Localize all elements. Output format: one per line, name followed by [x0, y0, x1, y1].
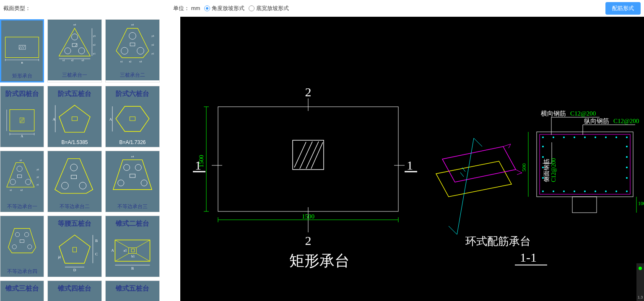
svg-rect-70 — [71, 175, 77, 179]
svg-rect-48 — [72, 117, 78, 121]
svg-marker-9 — [59, 28, 90, 56]
svg-point-157 — [615, 190, 617, 192]
thumb-caption: 三桩承台一 — [62, 72, 87, 79]
thumb-unequal-3[interactable]: x4 不等边承台三 — [105, 151, 160, 212]
thumb-rect-pile-cap[interactable]: B 矩形承台 — [0, 19, 44, 82]
thumb-three-pile-1[interactable]: x4 x1x2x3 y3y2y1 三桩承台一 — [47, 19, 102, 82]
svg-rect-167 — [572, 197, 597, 213]
thumb-cone-3-pile[interactable]: 锥式三桩台 — [0, 280, 44, 301]
svg-rect-30 — [130, 43, 135, 46]
thumb-step-4-pile[interactable]: 阶式四桩台 A — [0, 86, 44, 147]
svg-point-165 — [626, 167, 628, 168]
thumb-title: 等腰五桩台 — [58, 219, 91, 228]
svg-text:x1: x1 — [62, 59, 65, 62]
thumb-unequal-2[interactable]: 不等边承台二 — [47, 151, 102, 212]
svg-point-153 — [574, 190, 575, 192]
svg-point-159 — [542, 146, 544, 147]
rebar-form-button[interactable]: 配筋形式 — [605, 2, 641, 15]
unit-label: 单位： mm — [173, 5, 200, 12]
svg-line-4 — [23, 46, 25, 49]
svg-text:B: B — [95, 239, 98, 243]
svg-point-154 — [584, 190, 586, 192]
svg-marker-84 — [59, 235, 90, 263]
radio-angle-slope[interactable]: 角度放坡形式 — [204, 5, 244, 12]
svg-rect-13 — [72, 44, 77, 46]
section-type-sidebar[interactable]: B 矩形承台 x4 x1x2x3 y3y2 — [0, 17, 180, 301]
svg-point-81 — [12, 244, 16, 249]
svg-point-74 — [118, 180, 124, 186]
svg-point-69 — [79, 182, 86, 189]
svg-text:1-1: 1-1 — [520, 250, 537, 264]
svg-point-158 — [626, 190, 628, 192]
drawing-canvas[interactable]: 2 2 1 1 1500 1500 矩形承台 — [180, 17, 644, 301]
svg-text:A: A — [109, 117, 112, 121]
svg-point-141 — [542, 136, 544, 138]
svg-text:2: 2 — [305, 234, 312, 247]
svg-marker-47 — [59, 105, 90, 132]
svg-marker-130 — [436, 161, 512, 197]
svg-text:A: A — [111, 248, 114, 252]
thumb-title: 阶式五桩台 — [58, 90, 91, 98]
svg-text:1: 1 — [407, 158, 413, 172]
thumb-caption: 不等边承台三 — [117, 203, 148, 210]
thumbnail-grid: B 矩形承台 x4 x1x2x3 y3y2 — [0, 19, 180, 301]
svg-point-11 — [65, 48, 71, 54]
svg-point-56 — [17, 166, 22, 172]
thumb-caption: 不等边承台一 — [7, 203, 37, 210]
status-scale: 1.3 — [638, 295, 643, 299]
svg-line-95 — [136, 240, 150, 247]
top-bar: 截面类型： 单位： mm 角度放坡形式 底宽放坡形式 配筋形式 — [0, 0, 644, 17]
svg-text:x1: x1 — [120, 60, 123, 63]
svg-text:1500: 1500 — [302, 213, 314, 220]
svg-text:y2: y2 — [93, 44, 96, 46]
thumb-cone-5-pile[interactable]: 锥式五桩台 — [105, 280, 160, 301]
thumb-title: 阶式四桩台 — [5, 90, 39, 98]
performance: 锥式二桩台 — [116, 219, 149, 228]
svg-rect-85 — [73, 247, 76, 252]
thumb-caption: 矩形承台 — [12, 72, 32, 80]
svg-line-96 — [115, 254, 128, 261]
svg-rect-98 — [129, 248, 136, 254]
svg-rect-106 — [293, 140, 324, 170]
thumb-unequal-1[interactable]: x3 x1x2 y3y2y1 不等边承台一 — [0, 151, 44, 212]
svg-point-79 — [15, 232, 19, 237]
radio-label: 角度放坡形式 — [212, 5, 244, 12]
svg-point-146 — [595, 136, 596, 138]
svg-text:C: C — [95, 252, 98, 256]
svg-point-27 — [129, 32, 136, 39]
thumb-cone-2-pile[interactable]: 锥式二桩台 A a1b1 B — [105, 216, 160, 277]
svg-text:500: 500 — [521, 163, 527, 172]
section-1-1: 横向钢筋C12@200 纵向钢筋C12@200 侧面钢筋 C12@200 500… — [515, 110, 644, 301]
thumb-caption: 不等边承台二 — [60, 203, 90, 210]
svg-text:x3: x3 — [82, 59, 84, 62]
svg-point-160 — [542, 156, 544, 158]
svg-text:C12@200: C12@200 — [551, 158, 557, 182]
thumb-iso-5-pile[interactable]: 等腰五桩台 B C D jd — [47, 216, 102, 277]
svg-text:B: B — [131, 266, 134, 270]
thumb-step-5-pile[interactable]: 阶式五桩台 A B=A/1.5385 — [47, 86, 102, 147]
thumb-cone-4-pile[interactable]: 锥式四桩台 — [47, 280, 102, 301]
svg-point-149 — [626, 136, 628, 138]
thumb-unequal-4[interactable]: 不等边承台四 — [0, 216, 44, 277]
svg-text:x2: x2 — [129, 60, 132, 63]
svg-point-164 — [626, 156, 628, 158]
radio-width-slope[interactable]: 底宽放坡形式 — [249, 5, 289, 12]
svg-text:y3: y3 — [37, 168, 39, 171]
svg-line-108 — [300, 141, 312, 169]
svg-point-57 — [10, 179, 16, 185]
svg-point-28 — [121, 47, 128, 54]
thumb-step-6-pile[interactable]: 阶式六桩台 A B=A/1.7326 — [105, 86, 160, 147]
thumb-title: 锥式五桩台 — [116, 284, 149, 293]
thumb-three-pile-2[interactable]: x4 x1x2x3 y3y2y1 三桩承台二 — [105, 19, 160, 82]
svg-marker-51 — [116, 106, 149, 131]
svg-point-151 — [553, 190, 554, 192]
thumb-caption: 不等边承台四 — [7, 268, 37, 275]
svg-line-94 — [115, 240, 128, 247]
svg-line-132 — [457, 138, 474, 234]
svg-line-134 — [449, 226, 457, 234]
svg-text:a1: a1 — [124, 249, 127, 252]
svg-text:纵向钢筋: 纵向钢筋 — [584, 118, 609, 124]
svg-point-75 — [141, 180, 147, 186]
plan-view: 2 2 1 1 1500 1500 矩形承台 — [193, 85, 417, 269]
svg-line-2 — [19, 46, 21, 49]
